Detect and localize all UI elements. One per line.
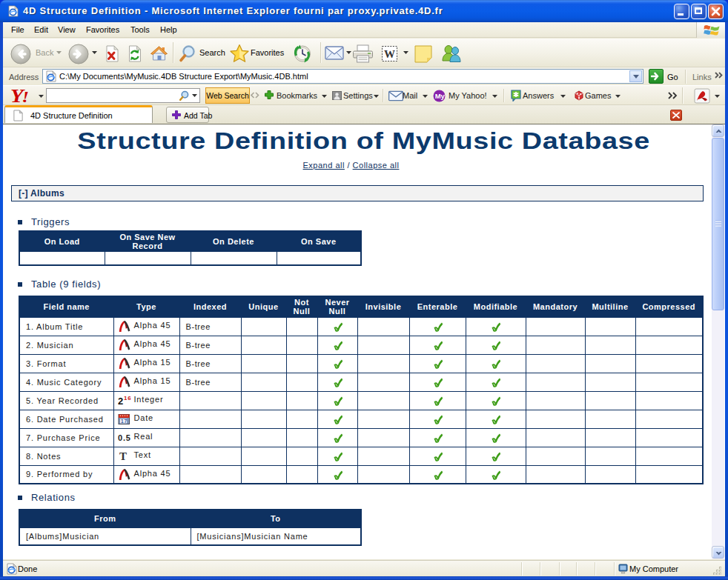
svg-text:W: W <box>384 48 395 60</box>
svg-text:My: My <box>435 92 446 100</box>
